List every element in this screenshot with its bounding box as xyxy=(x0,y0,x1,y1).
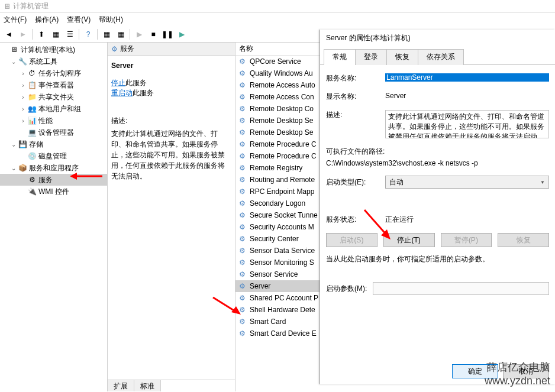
tab-dependencies[interactable]: 依存关系 xyxy=(418,49,464,65)
service-name: Security Accounts M xyxy=(250,223,314,231)
pause-button[interactable]: 暂停(P) xyxy=(441,233,492,247)
cancel-button[interactable]: 取消 xyxy=(503,364,549,378)
svc-name-value[interactable]: LanmanServer xyxy=(385,73,549,82)
tab-extended[interactable]: 扩展 xyxy=(108,380,134,391)
menu-help[interactable]: 帮助(H) xyxy=(99,15,123,25)
desc-value[interactable]: 支持此计算机通过网络的文件、打印、和命名管道共享。如果服务停止，这些功能不可用。… xyxy=(385,110,549,138)
startup-type-label: 启动类型(E): xyxy=(326,177,385,187)
gear-icon: ⚙ xyxy=(239,211,247,219)
refresh-button[interactable]: ▦ xyxy=(100,28,113,41)
tree-services-apps[interactable]: ⌄📦服务和应用程序 xyxy=(0,162,107,174)
service-name: Sensor Data Service xyxy=(250,247,315,255)
start-param-input[interactable] xyxy=(373,282,549,295)
menu-file[interactable]: 文件(F) xyxy=(4,15,27,25)
show-hide-button[interactable]: ▦ xyxy=(49,28,62,41)
tree-storage[interactable]: ⌄💾存储 xyxy=(0,138,107,150)
properties-button[interactable]: ☰ xyxy=(63,28,76,41)
nav-tree: 🖥计算机管理(本地) ⌄🔧系统工具 ›⏱任务计划程序 ›📋事件查看器 ›📁共享文… xyxy=(0,43,108,391)
play-button[interactable]: ▶ xyxy=(133,28,146,41)
gear-icon: ⚙ xyxy=(239,235,247,243)
tree-local-users[interactable]: ›👥本地用户和组 xyxy=(0,103,107,115)
export-button[interactable]: ▦ xyxy=(114,28,127,41)
gear-icon: ⚙ xyxy=(239,140,247,148)
tree-performance[interactable]: ›📊性能 xyxy=(0,115,107,127)
stop-link[interactable]: 停止 xyxy=(111,79,125,87)
stop-button[interactable]: 停止(T) xyxy=(383,233,435,247)
resume-button[interactable]: 恢复 xyxy=(498,233,549,247)
gear-icon: ⚙ xyxy=(239,187,247,196)
path-value: C:\Windows\system32\svchost.exe -k netsv… xyxy=(326,159,549,167)
forward-button[interactable]: ► xyxy=(17,28,30,41)
service-name: Remote Desktop Se xyxy=(250,128,313,137)
gear-icon: ⚙ xyxy=(239,152,247,160)
gear-icon: ⚙ xyxy=(239,57,247,66)
tab-logon[interactable]: 登录 xyxy=(355,49,387,65)
desc-text: 支持此计算机通过网络的文件、打印、和命名管道共享。如果服务停止，这些功能不可用。… xyxy=(111,128,231,182)
tree-wmi[interactable]: 🔌WMI 控件 xyxy=(0,186,107,197)
gear-icon: ⚙ xyxy=(239,93,247,101)
tree-task-scheduler[interactable]: ›⏱任务计划程序 xyxy=(0,67,107,79)
gear-icon: ⚙ xyxy=(111,45,118,53)
start-param-label: 启动参数(M): xyxy=(326,284,367,294)
detail-tabs: 扩展 标准 xyxy=(108,380,235,391)
startup-type-select[interactable]: 自动 ▼ xyxy=(385,176,549,189)
tree-system-tools[interactable]: ⌄🔧系统工具 xyxy=(0,56,107,67)
menu-view[interactable]: 查看(V) xyxy=(67,15,91,25)
desc-label: 描述: xyxy=(326,110,385,120)
gear-icon: ⚙ xyxy=(239,318,247,326)
service-name: Remote Registry xyxy=(250,164,302,172)
tree-device-manager[interactable]: 💻设备管理器 xyxy=(0,127,107,138)
param-hint: 当从此处启动服务时，你可指定所适用的启动参数。 xyxy=(326,254,549,264)
gear-icon: ⚙ xyxy=(239,69,247,77)
service-name: Sensor Service xyxy=(250,270,298,278)
service-name: Smart Card Device E xyxy=(250,329,317,338)
tree-services[interactable]: ⚙服务 xyxy=(0,174,107,186)
gear-icon: ⚙ xyxy=(239,199,247,208)
gear-icon: ⚙ xyxy=(239,282,247,290)
tree-disk-mgmt[interactable]: 💿磁盘管理 xyxy=(0,150,107,162)
gear-icon: ⚙ xyxy=(239,270,247,278)
up-button[interactable]: ⬆ xyxy=(35,28,48,41)
stop-button[interactable]: ■ xyxy=(147,28,160,41)
service-name: RPC Endpoint Mapp xyxy=(250,187,314,196)
gear-icon: ⚙ xyxy=(239,105,247,113)
service-name: Remote Desktop Co xyxy=(250,105,314,113)
service-name: Sensor Monitoring S xyxy=(250,258,314,267)
tree-root[interactable]: 🖥计算机管理(本地) xyxy=(0,44,107,56)
service-name: QPCore Service xyxy=(250,57,301,66)
menu-action[interactable]: 操作(A) xyxy=(35,15,59,25)
help-button[interactable]: ? xyxy=(82,28,95,41)
tab-recovery[interactable]: 恢复 xyxy=(386,49,418,65)
tab-general[interactable]: 常规 xyxy=(324,49,356,65)
gear-icon: ⚙ xyxy=(239,306,247,314)
pause-button[interactable]: ❚❚ xyxy=(161,28,174,41)
tree-event-viewer[interactable]: ›📋事件查看器 xyxy=(0,79,107,91)
restart-button[interactable]: ▶ xyxy=(175,28,188,41)
ok-button[interactable]: 确定 xyxy=(452,364,498,378)
gear-icon: ⚙ xyxy=(239,164,247,172)
gear-icon: ⚙ xyxy=(239,329,247,338)
status-label: 服务状态: xyxy=(326,215,385,225)
app-icon: 🖥 xyxy=(4,2,11,11)
display-name-value: Server xyxy=(385,92,549,100)
gear-icon: ⚙ xyxy=(239,128,247,137)
back-button[interactable]: ◄ xyxy=(2,28,15,41)
service-name: Remote Desktop Se xyxy=(250,116,313,125)
path-label: 可执行文件的路径: xyxy=(326,147,549,157)
gear-icon: ⚙ xyxy=(239,116,247,125)
service-name: Shell Hardware Dete xyxy=(250,306,315,314)
service-name: Remote Access Con xyxy=(250,93,314,101)
tree-shared-folders[interactable]: ›📁共享文件夹 xyxy=(0,91,107,103)
service-name: Routing and Remote xyxy=(250,176,315,184)
dialog-tabs: 常规 登录 恢复 依存关系 xyxy=(320,48,555,65)
status-value: 正在运行 xyxy=(385,215,549,225)
tab-standard[interactable]: 标准 xyxy=(134,380,161,391)
service-name: Secondary Logon xyxy=(250,199,305,208)
properties-dialog: Server 的属性(本地计算机) 常规 登录 恢复 依存关系 服务名称: La… xyxy=(320,30,555,384)
restart-link[interactable]: 重启动 xyxy=(111,89,133,97)
chevron-down-icon: ▼ xyxy=(540,180,545,185)
start-button[interactable]: 启动(S) xyxy=(326,233,377,247)
service-name: Quality Windows Au xyxy=(250,69,313,77)
dialog-title: Server 的属性(本地计算机) xyxy=(320,30,555,46)
svc-name-label: 服务名称: xyxy=(326,73,385,83)
